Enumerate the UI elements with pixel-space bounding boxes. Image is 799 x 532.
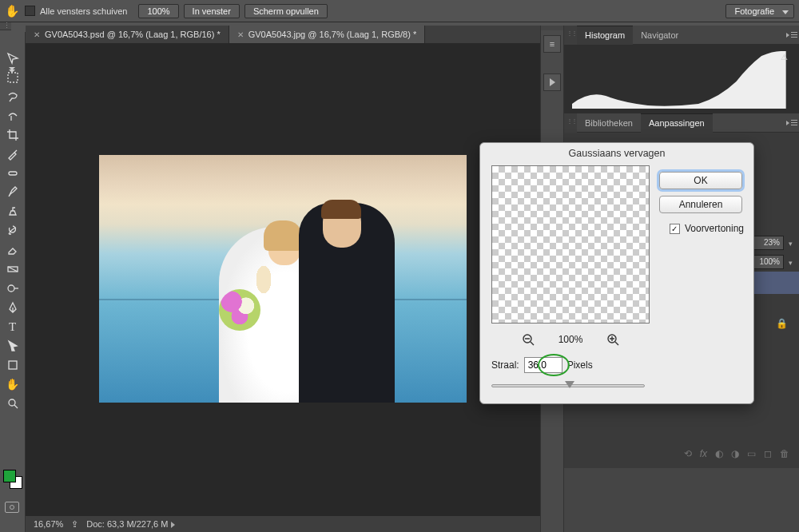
eraser-tool-icon[interactable]: [2, 241, 24, 259]
status-bar: 16,67% ⇪ Doc: 63,3 M/227,6 M: [26, 516, 540, 532]
fill-screen-button[interactable]: Scherm opvullen: [244, 4, 328, 18]
svg-rect-1: [9, 172, 17, 175]
blur-preview[interactable]: [491, 165, 650, 324]
lasso-tool-icon[interactable]: [2, 88, 24, 105]
dialog-title: Gaussiaans vervagen: [480, 143, 753, 164]
foreground-swatch[interactable]: [3, 470, 16, 482]
zoom-out-icon[interactable]: [520, 332, 536, 347]
zoom-tool-icon[interactable]: [2, 395, 24, 412]
link-icon[interactable]: ⟲: [684, 448, 692, 459]
panel-menu-icon[interactable]: [785, 113, 799, 133]
radius-row: Straal: Pixels: [491, 357, 744, 373]
preview-zoom-controls: 100%: [491, 332, 650, 347]
tab-navigator[interactable]: Navigator: [633, 26, 686, 45]
radius-label: Straal:: [491, 359, 519, 371]
zoom-100-button[interactable]: 100%: [138, 4, 178, 18]
radius-slider[interactable]: [491, 379, 645, 392]
document-tabs: ✕ GV0A5043.psd @ 16,7% (Laag 1, RGB/16) …: [26, 26, 540, 43]
panel-grip[interactable]: [564, 26, 577, 45]
preview-zoom-level: 100%: [559, 334, 583, 345]
pen-tool-icon[interactable]: [2, 299, 24, 316]
crop-tool-icon[interactable]: [2, 126, 24, 144]
workspace-dropdown[interactable]: Fotografie: [725, 4, 794, 18]
new-layer-icon[interactable]: ◻: [764, 448, 772, 459]
document-tab[interactable]: ✕ GV0A5043.psd @ 16,7% (Laag 1, RGB/16) …: [26, 26, 229, 43]
color-swatches[interactable]: [3, 470, 22, 489]
quick-select-tool-icon[interactable]: [2, 107, 24, 125]
mask-icon[interactable]: ◐: [715, 448, 723, 459]
radius-input[interactable]: [524, 357, 562, 373]
trash-icon[interactable]: 🗑: [780, 448, 789, 459]
svg-point-5: [9, 399, 15, 406]
preview-checkbox[interactable]: ✓: [670, 224, 680, 234]
zoom-in-icon[interactable]: [605, 332, 621, 347]
chevron-down-icon[interactable]: [789, 238, 793, 248]
type-tool-icon[interactable]: T: [2, 318, 24, 335]
svg-rect-0: [8, 73, 18, 82]
zoom-level[interactable]: 16,67%: [34, 519, 63, 529]
scroll-all-windows-checkbox[interactable]: [25, 6, 35, 16]
close-icon[interactable]: ✕: [237, 30, 244, 39]
document-tab-title: GV0A5043.psd @ 16,7% (Laag 1, RGB/16) *: [45, 30, 221, 39]
clone-stamp-tool-icon[interactable]: [2, 203, 24, 220]
close-icon[interactable]: ✕: [34, 30, 40, 39]
tools-panel: T ✋: [0, 32, 26, 532]
fit-window-button[interactable]: In venster: [184, 4, 240, 18]
panel-menu-icon[interactable]: [785, 26, 799, 45]
hand-tool-icon: ✋: [5, 4, 20, 18]
panel-grip[interactable]: [564, 113, 577, 133]
radius-unit: Pixels: [567, 359, 593, 371]
group-icon[interactable]: ▭: [747, 448, 756, 459]
tool-panel-grip[interactable]: [0, 22, 11, 30]
tab-adjustments[interactable]: Aanpassingen: [641, 113, 713, 133]
actions-play-icon[interactable]: [543, 73, 561, 91]
preview-checkbox-row: ✓ Voorvertoning: [670, 223, 744, 234]
scroll-all-windows-label: Alle vensters schuiven: [40, 6, 127, 16]
share-icon[interactable]: ⇪: [71, 519, 78, 530]
canvas-area[interactable]: [26, 43, 540, 516]
tab-histogram[interactable]: Histogram: [577, 26, 633, 45]
panel-header: Histogram Navigator: [564, 26, 799, 45]
properties-icon[interactable]: ≡: [543, 35, 561, 53]
quick-mask-icon[interactable]: [5, 502, 19, 513]
cancel-button[interactable]: Annuleren: [659, 196, 742, 213]
dodge-tool-icon[interactable]: [2, 280, 24, 297]
panel-header: Bibliotheken Aanpassingen: [564, 113, 799, 133]
gaussian-blur-dialog: Gaussiaans vervagen 100% OK Annuleren ✓ …: [479, 142, 754, 404]
path-select-tool-icon[interactable]: [2, 337, 24, 355]
tab-libraries[interactable]: Bibliotheken: [577, 113, 641, 133]
lock-icon[interactable]: 🔒: [776, 318, 788, 329]
chevron-down-icon[interactable]: [789, 257, 793, 267]
healing-brush-tool-icon[interactable]: [2, 165, 24, 182]
doc-size-display[interactable]: Doc: 63,3 M/227,6 M: [86, 519, 175, 529]
histogram-panel: ⚠: [564, 45, 799, 113]
svg-rect-4: [9, 361, 17, 369]
shape-tool-icon[interactable]: [2, 356, 24, 374]
hand-tool-icon-2[interactable]: ✋: [2, 375, 24, 393]
history-brush-tool-icon[interactable]: [2, 222, 24, 240]
slider-thumb-icon[interactable]: [565, 381, 574, 388]
tools-expand-icon[interactable]: [8, 67, 16, 73]
brush-tool-icon[interactable]: [2, 184, 24, 201]
options-bar: ✋ Alle vensters schuiven 100% In venster…: [0, 0, 799, 22]
svg-point-3: [8, 285, 14, 292]
gradient-tool-icon[interactable]: [2, 260, 24, 278]
ok-button[interactable]: OK: [659, 172, 742, 189]
document-tab[interactable]: ✕ GV0A5043.jpg @ 16,7% (Laag 1, RGB/8) *: [229, 26, 426, 43]
histogram-warning-icon[interactable]: ⚠: [781, 53, 788, 62]
document-tab-title: GV0A5043.jpg @ 16,7% (Laag 1, RGB/8) *: [248, 30, 417, 39]
move-tool-icon[interactable]: [2, 50, 24, 67]
fx-icon[interactable]: fx: [700, 448, 707, 459]
adjustment-layer-icon[interactable]: ◑: [731, 448, 739, 459]
document-image: [99, 155, 467, 403]
layers-bottom-icons: ⟲ fx ◐ ◑ ▭ ◻ 🗑: [574, 446, 789, 462]
eyedropper-tool-icon[interactable]: [2, 145, 24, 163]
preview-checkbox-label: Voorvertoning: [685, 223, 744, 234]
